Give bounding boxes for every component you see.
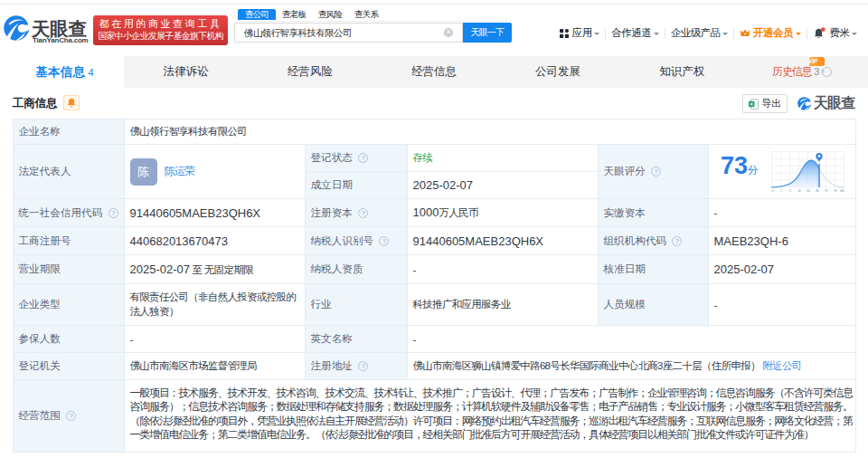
svg-text:97: 97 bbox=[825, 188, 829, 192]
svg-text:3: 3 bbox=[789, 188, 792, 192]
svg-text:85: 85 bbox=[816, 188, 820, 192]
svg-text:100: 100 bbox=[840, 188, 844, 192]
svg-text:50: 50 bbox=[807, 188, 811, 192]
svg-text:10: 10 bbox=[797, 188, 802, 192]
svg-text:99: 99 bbox=[834, 188, 838, 192]
svg-text:0: 0 bbox=[772, 188, 775, 192]
svg-text:1: 1 bbox=[780, 188, 783, 192]
